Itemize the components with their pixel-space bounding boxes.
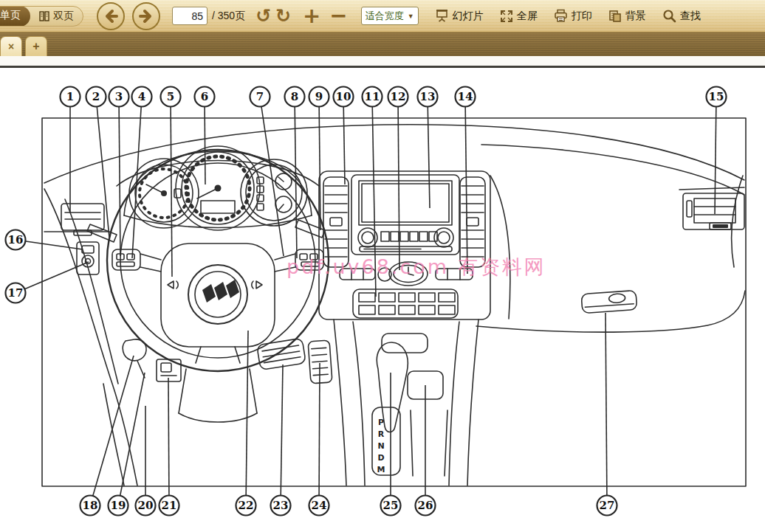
callout-number-5: 5 [167,90,174,103]
gear-label-R: R [378,429,385,439]
fullscreen-button[interactable]: 全屏 [500,10,538,23]
document-tab[interactable]: × [0,36,22,56]
pdf-page: 1234567891011121314151617181920212223242… [0,68,765,532]
zoom-out-button[interactable]: − [329,5,347,27]
double-page-button[interactable]: 双页 [30,10,83,23]
tab-bar: × + [0,32,765,56]
callout-leader-14 [465,97,467,274]
center-stack [319,171,490,319]
callout-leader-19 [118,373,145,505]
page-top-strip [0,56,765,66]
callout-leader-23 [281,365,283,505]
slideshow-icon [435,9,449,23]
callout-leader-13 [428,97,430,208]
right-vent [683,193,744,229]
callout-number-10: 10 [336,90,351,103]
buick-logo-icon [202,284,216,303]
rotate-right-icon[interactable]: ↻ [275,7,291,25]
fullscreen-label: 全屏 [517,10,538,23]
callout-number-2: 2 [92,90,100,103]
callout-number-25: 25 [383,499,399,512]
new-tab-button[interactable]: + [25,36,47,56]
callout-number-24: 24 [312,499,327,512]
callout-number-9: 9 [315,90,323,103]
pdf-toolbar: 单页 双页 / 350页 ↺ ↻ + − 适合宽度 ▼ [0,0,765,32]
print-button[interactable]: 打印 [554,9,592,23]
callout-number-22: 22 [239,499,254,512]
arrow-left-icon [102,7,120,25]
rotate-left-icon[interactable]: ↺ [255,7,271,25]
instrument-cluster [117,146,319,230]
callout-number-19: 19 [111,499,126,512]
gear-label-D: D [377,453,384,463]
next-page-button[interactable] [132,2,160,30]
callout-number-8: 8 [291,90,298,103]
callout-leader-7 [260,97,284,256]
callout-number-23: 23 [273,499,289,512]
double-page-icon [39,11,49,21]
horn-icon [252,281,262,289]
callout-number-7: 7 [256,90,264,103]
zoom-mode-value: 适合宽度 [366,10,404,23]
callout-number-6: 6 [201,90,208,103]
callout-number-3: 3 [115,90,123,103]
callout-number-17: 17 [8,286,24,300]
callout-leader-15 [715,97,716,214]
callout-leader-18 [90,356,134,505]
slideshow-button[interactable]: 幻灯片 [435,9,484,23]
callout-leader-21 [168,378,169,505]
callout-number-16: 16 [8,233,24,246]
print-icon [554,9,568,23]
arrow-right-icon [137,7,155,25]
callout-circles: 1234567891011121314151617181920212223242… [6,87,727,516]
callout-number-15: 15 [709,90,724,103]
single-page-button[interactable]: 单页 [0,6,30,27]
zoom-mode-select[interactable]: 适合宽度 ▼ [361,7,419,25]
hood-release-lever [123,339,146,378]
background-icon [608,10,622,23]
previous-page-button[interactable] [97,2,125,30]
slideshow-label: 幻灯片 [453,10,484,23]
callout-number-20: 20 [138,499,154,512]
callout-number-1: 1 [66,90,74,103]
callout-leader-17 [16,262,89,293]
double-page-label: 双页 [53,10,74,23]
callout-leader-6 [205,97,205,184]
climate-control-panel [353,289,458,318]
print-label: 打印 [572,10,592,23]
dashboard-art [42,118,746,486]
center-tunnel [334,319,478,486]
find-label: 查找 [680,10,701,23]
ignition-switch [77,242,99,274]
callout-number-11: 11 [365,90,380,103]
callout-number-21: 21 [162,499,177,512]
fullscreen-icon [500,10,513,23]
gear-label-P: P [378,418,384,427]
close-icon[interactable]: × [8,41,14,52]
gear-label-M: M [377,465,385,474]
dashboard-diagram: 1234567891011121314151617181920212223242… [0,68,765,532]
plus-icon: + [32,40,39,53]
horn-icon [168,281,178,289]
callout-number-14: 14 [458,90,473,103]
page-number-input[interactable] [172,7,207,25]
brake-pedal [257,338,306,370]
background-label: 背景 [625,10,646,23]
search-icon [662,9,676,23]
page-view-toggle: 单页 双页 [0,6,83,27]
callout-number-27: 27 [600,499,615,512]
callout-number-12: 12 [391,90,406,103]
callout-leader-24 [319,363,320,505]
callout-number-18: 18 [83,499,98,512]
page-total-label: / 350页 [212,10,245,23]
gear-label-N: N [377,441,384,451]
callout-number-13: 13 [420,90,436,103]
find-button[interactable]: 查找 [662,9,701,23]
background-button[interactable]: 背景 [608,10,646,23]
glovebox-handle [581,290,637,313]
callout-number-26: 26 [418,499,433,512]
callout-number-4: 4 [138,90,145,103]
zoom-in-button[interactable]: + [303,5,320,27]
gear-position-labels: PRNDM [377,418,385,474]
callout-leader-3 [119,97,120,256]
